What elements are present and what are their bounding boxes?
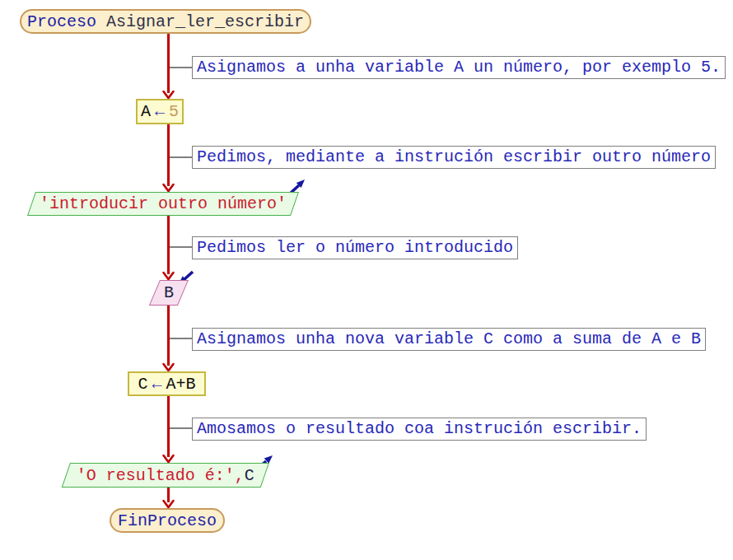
arrowhead-down-icon: [164, 273, 174, 279]
arrowhead-down-icon: [164, 364, 174, 371]
input-var: B: [155, 281, 182, 305]
node-read-b[interactable]: B: [149, 280, 189, 306]
node-end[interactable]: FinProceso: [110, 508, 225, 533]
flowchart-canvas: Proceso Asignar_ler_escribir Asignamos a…: [0, 0, 733, 560]
assign-arrow-icon: ←: [155, 102, 165, 121]
output-string: 'O resultado é:',: [77, 466, 245, 485]
comment-box[interactable]: Pedimos, mediante a instrución escribir …: [192, 146, 716, 169]
assign-var: C: [138, 375, 147, 394]
assign-arrow-icon: ←: [152, 375, 161, 394]
node-assign-a[interactable]: A ← 5: [136, 99, 184, 124]
arrowhead-down-icon: [164, 91, 174, 98]
process-name: Asignar_ler_escribir: [106, 12, 304, 31]
node-assign-c[interactable]: C ← A+B: [128, 371, 206, 396]
node-start[interactable]: Proceso Asignar_ler_escribir: [20, 9, 311, 34]
comment-box[interactable]: Pedimos ler o número introducido: [192, 236, 518, 259]
output-string: 'introducir outro número': [32, 193, 294, 215]
comment-box[interactable]: Asignamos a unha variable A un número, p…: [192, 56, 726, 79]
arrowhead-down-icon: [164, 184, 174, 191]
assign-var: A: [141, 102, 151, 121]
output-expression: 'O resultado é:', C: [67, 464, 264, 487]
comment-box[interactable]: Amosamos o resultado coa instrución escr…: [192, 418, 647, 441]
keyword-proceso: Proceso: [27, 12, 96, 31]
arrowhead-down-icon: [164, 501, 174, 507]
assign-expression: A+B: [166, 375, 196, 394]
comment-box[interactable]: Asignamos unha nova variable C como a su…: [192, 328, 706, 351]
output-var: C: [245, 466, 254, 485]
node-write-message[interactable]: 'introducir outro número': [27, 192, 299, 216]
arrowhead-down-icon: [164, 455, 174, 462]
node-write-result[interactable]: 'O resultado é:', C: [62, 463, 269, 488]
keyword-finproceso: FinProceso: [118, 511, 217, 530]
assign-value: 5: [169, 102, 179, 121]
